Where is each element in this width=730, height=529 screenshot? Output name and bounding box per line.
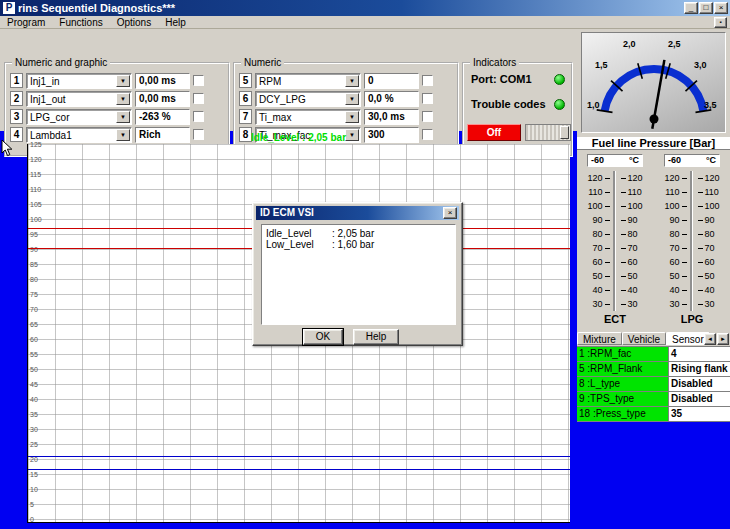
menu-item-functions[interactable]: Functions	[52, 16, 109, 29]
channel-select[interactable]: RPM▼	[255, 73, 361, 89]
channel-select[interactable]: Ti_max▼	[255, 109, 361, 125]
scale-number: 60	[586, 257, 603, 267]
title-bar: P rins Sequentiel Diagnostics*** _ □ ×	[0, 0, 730, 16]
chevron-down-icon[interactable]: ▼	[345, 93, 359, 105]
scale-number: 110	[628, 187, 645, 197]
parameter-value: : 1,60 bar	[332, 239, 374, 250]
y-axis-label: 5	[30, 501, 34, 508]
channel-value: -263 %	[135, 109, 190, 125]
scale-gap	[612, 276, 619, 277]
scale-number: 70	[628, 243, 645, 253]
tick-mark-icon	[605, 178, 610, 179]
channel-value: 0,00 ms	[135, 73, 190, 89]
tab-scroll-left-icon[interactable]: ◄	[704, 333, 716, 345]
channel-checkbox[interactable]	[193, 111, 204, 122]
chevron-down-icon[interactable]: ▼	[116, 93, 130, 105]
tick-mark-icon	[605, 220, 610, 221]
chevron-down-icon[interactable]: ▼	[116, 111, 130, 123]
tick-mark-icon	[682, 206, 687, 207]
scale-row: 4040	[660, 283, 724, 297]
channel-checkbox[interactable]	[193, 93, 204, 104]
dialog-line: Low_Level : 1,60 bar	[266, 239, 451, 250]
gauge-tick-label: 3,5	[704, 100, 717, 110]
y-axis-label: 15	[30, 471, 38, 478]
gauge-tick-label: 1,0	[587, 100, 600, 110]
minimize-button[interactable]: _	[684, 2, 698, 14]
close-button[interactable]: ×	[714, 2, 728, 14]
scale-gap	[689, 304, 696, 305]
maximize-button[interactable]: □	[699, 2, 713, 14]
scale-gap	[612, 192, 619, 193]
scale-row: 8080	[660, 227, 724, 241]
y-axis-label: 40	[30, 396, 38, 403]
channel-select[interactable]: Inj1_in▼	[26, 73, 132, 89]
y-axis-label: 80	[30, 276, 38, 283]
temperature-reading: -60°C	[664, 154, 720, 167]
channel-checkbox[interactable]	[193, 75, 204, 86]
tick-mark-icon	[621, 178, 626, 179]
channel-value: 30,0 ms	[364, 109, 419, 125]
channel-checkbox[interactable]	[422, 75, 433, 86]
scale-number: 100	[586, 201, 603, 211]
channel-select-value: RPM	[259, 75, 281, 88]
channel-select[interactable]: Inj1_out▼	[26, 91, 132, 107]
dialog-title-bar[interactable]: ID ECM VSI	[256, 206, 459, 220]
chevron-down-icon[interactable]: ▼	[116, 75, 130, 87]
tick-mark-icon	[605, 248, 610, 249]
scale-gap	[689, 192, 696, 193]
scale-number: 60	[705, 257, 722, 267]
dialog-close-icon[interactable]: ×	[443, 207, 457, 219]
y-axis-label: 75	[30, 291, 38, 298]
scale-number: 110	[586, 187, 603, 197]
tick-mark-icon	[698, 290, 703, 291]
scale-gap	[612, 206, 619, 207]
scale-gap	[612, 220, 619, 221]
temperature-unit: °C	[629, 155, 639, 166]
tick-mark-icon	[682, 262, 687, 263]
child-window-button[interactable]: ▪	[714, 17, 727, 28]
channel-row: 3LPG_cor▼-263 %	[10, 108, 225, 125]
trouble-codes-led-icon	[554, 99, 565, 110]
channel-number-box: 5	[239, 73, 252, 88]
channel-checkbox[interactable]	[422, 111, 433, 122]
tick-mark-icon	[605, 290, 610, 291]
channel-select[interactable]: LPG_cor▼	[26, 109, 132, 125]
menu-item-options[interactable]: Options	[110, 16, 158, 29]
scale-gap	[689, 178, 696, 179]
y-axis-label: 35	[30, 411, 38, 418]
menu-item-help[interactable]: Help	[158, 16, 193, 29]
channel-checkbox[interactable]	[422, 93, 433, 104]
thermometer-label: ECT	[579, 313, 651, 325]
thermometer-scale: 1201201101101001009090808070706060505040…	[660, 171, 724, 311]
channel-select[interactable]: DCY_LPG▼	[255, 91, 361, 107]
tab-scroll-right-icon[interactable]: ►	[717, 333, 729, 345]
top-panel: Numeric and graphic 1Inj1_in▼0,00 ms2Inj…	[0, 29, 577, 131]
parameter-value: : 2,05 bar	[332, 228, 374, 239]
chevron-down-icon[interactable]: ▼	[345, 75, 359, 87]
scale-number: 80	[663, 229, 680, 239]
sensor-value-cell: Disabled	[669, 392, 730, 407]
thermometer-ect: -60°C12012011011010010090908080707060605…	[579, 152, 651, 330]
channel-select-value: DCY_LPG	[259, 93, 306, 106]
scale-number: 70	[663, 243, 680, 253]
scale-number: 50	[705, 271, 722, 281]
tick-mark-icon	[621, 220, 626, 221]
y-axis-label: 115	[30, 171, 41, 178]
help-button[interactable]: Help	[353, 329, 399, 345]
scale-gap	[689, 262, 696, 263]
temperature-value: -60	[591, 155, 604, 166]
tab-vehicle[interactable]: Vehicle	[622, 332, 666, 345]
temperature-unit: °C	[706, 155, 716, 166]
tick-mark-icon	[698, 234, 703, 235]
y-axis-label: 95	[30, 231, 38, 238]
scale-row: 8080	[583, 227, 647, 241]
port-label: Port: COM1	[471, 73, 532, 85]
ok-button[interactable]: OK	[303, 329, 343, 345]
chevron-down-icon[interactable]: ▼	[345, 111, 359, 123]
sensor-name-cell: 18 :Press_type	[577, 407, 669, 422]
y-axis-label: 50	[30, 366, 38, 373]
menu-item-program[interactable]: Program	[0, 16, 52, 29]
chart-title: Idle_Level : 2,05 bar	[27, 132, 570, 143]
thermometer-lpg: -60°C12012011011010010090908080707060605…	[656, 152, 728, 330]
tab-mixture[interactable]: Mixture	[577, 332, 622, 345]
